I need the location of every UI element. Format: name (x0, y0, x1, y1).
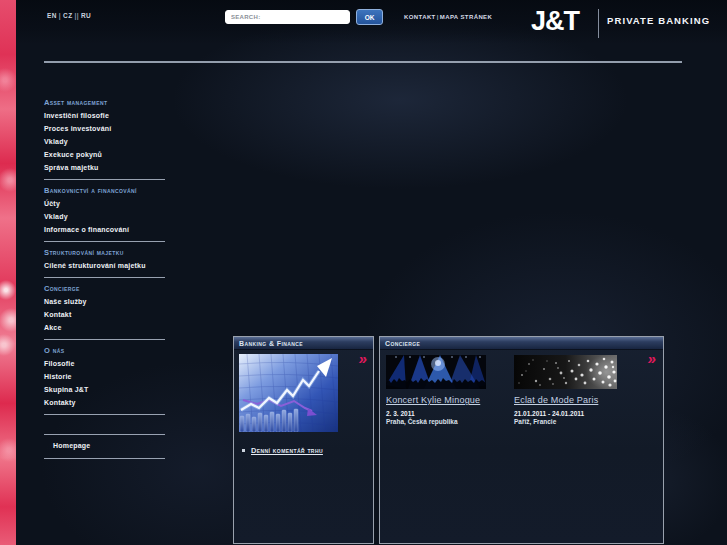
search-input[interactable] (225, 10, 350, 24)
event-title-link[interactable]: Eclat de Mode Paris (514, 395, 598, 405)
lang-separator: || (73, 12, 81, 19)
sidebar-item-sprava-majetku[interactable]: Správa majetku (44, 161, 165, 174)
sidebar-section-concierge[interactable]: Concierge (44, 282, 165, 295)
homepage-link[interactable]: Homepage (44, 439, 165, 453)
double-chevron-right-icon[interactable]: » (357, 352, 368, 366)
floral-side-strip (0, 0, 16, 545)
event-card: Koncert Kylie Minogue 2. 3. 2011 Praha, … (386, 355, 498, 425)
sidebar-item-skupina-jt[interactable]: Skupina J&T (44, 383, 165, 396)
sidebar-item-ucty[interactable]: Účty (44, 197, 165, 210)
concert-photo[interactable] (386, 355, 486, 389)
sitemap-link[interactable]: MAPA STRÁNEK (440, 14, 492, 20)
sidebar-item-nase-sluzby[interactable]: Naše služby (44, 295, 165, 308)
sparkle-photo[interactable] (514, 355, 617, 389)
sidebar-divider (44, 414, 165, 415)
sidebar-divider (44, 458, 165, 459)
jt-logo: J&T PRIVATE BANKING (531, 6, 691, 42)
sidebar-item-exekuce-pokynu[interactable]: Exekuce pokynů (44, 148, 165, 161)
sidebar-section-asset-management[interactable]: Asset management (44, 96, 165, 109)
stock-chart-image[interactable] (239, 354, 338, 432)
top-links: KONTAKT|MAPA STRÁNEK (404, 14, 492, 20)
banking-panel-title: Banking & Finance (234, 337, 373, 350)
event-card: Eclat de Mode Paris 21.01.2011 - 24.01.2… (514, 355, 626, 425)
jt-logo-brand: J&T (531, 6, 579, 37)
jt-logo-tagline: PRIVATE BANKING (607, 15, 710, 26)
sidebar-section-bankovnictvi[interactable]: Bankovnictví a financování (44, 184, 165, 197)
sidebar-item-proces-investovani[interactable]: Proces investování (44, 122, 165, 135)
sidebar-divider (44, 434, 165, 435)
sidebar-section-strukturovani-majetku[interactable]: Strukturování majetku (44, 246, 165, 259)
sidebar-item-filosofie[interactable]: Filosofie (44, 357, 165, 370)
sidebar-item-historie[interactable]: Historie (44, 370, 165, 383)
search-ok-button[interactable]: OK (356, 9, 383, 25)
sidebar-divider (44, 339, 165, 340)
sidebar-item-akce[interactable]: Akce (44, 321, 165, 334)
concierge-panel: Concierge » Koncert Kylie Minogue 2. 3. … (379, 336, 664, 544)
sidebar-section-o-nas[interactable]: O nás (44, 344, 165, 357)
event-date: 21.01.2011 - 24.01.2011 (514, 410, 626, 417)
concierge-panel-title: Concierge (380, 337, 663, 350)
lang-ru[interactable]: RU (81, 12, 91, 19)
sidebar-item-cilene-strukturovani[interactable]: Cílené strukturování majetku (44, 259, 165, 272)
sidebar-item-kontakt[interactable]: Kontakt (44, 308, 165, 321)
sidebar-divider (44, 277, 165, 278)
sidebar-item-vklady-asset[interactable]: Vklady (44, 135, 165, 148)
lang-en[interactable]: EN (47, 12, 57, 19)
sidebar-navigation: Asset management Investiční filosofie Pr… (44, 96, 165, 463)
daily-market-commentary-link[interactable]: Denní komentář trhu (251, 446, 323, 455)
sidebar-divider (44, 241, 165, 242)
contact-link[interactable]: KONTAKT (404, 14, 436, 20)
sidebar-item-informace-o-financovani[interactable]: Informace o financování (44, 223, 165, 236)
language-switcher: EN|CZ||RU (47, 12, 91, 19)
event-location: Praha, Česká republika (386, 418, 498, 425)
event-title-link[interactable]: Koncert Kylie Minogue (386, 395, 480, 405)
lang-cz[interactable]: CZ (63, 12, 72, 19)
event-date: 2. 3. 2011 (386, 410, 498, 417)
event-location: Paříž, Francie (514, 418, 626, 425)
sidebar-item-vklady-banking[interactable]: Vklady (44, 210, 165, 223)
sidebar-divider (44, 179, 165, 180)
sidebar-item-investicni-filosofie[interactable]: Investiční filosofie (44, 109, 165, 122)
banking-link-row: Denní komentář trhu (242, 446, 323, 455)
header-divider (44, 61, 682, 63)
sidebar-spacer (44, 419, 165, 429)
double-chevron-right-icon[interactable]: » (646, 352, 657, 366)
banking-finance-panel: Banking & Finance » (233, 336, 374, 544)
logo-divider (598, 9, 599, 38)
bullet-icon (242, 449, 245, 452)
sidebar-item-kontakty[interactable]: Kontakty (44, 396, 165, 409)
